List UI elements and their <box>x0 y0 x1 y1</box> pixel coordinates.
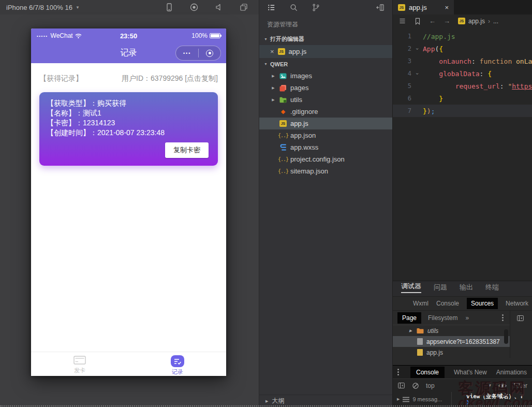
code-editor[interactable]: 1 //app.js 2› App({ 3 onLaunch: function… <box>393 27 532 281</box>
device-selector[interactable]: iPhone 6/7/8 100% 16 ▼ <box>6 4 80 11</box>
tab-page[interactable]: Page <box>397 312 421 324</box>
copy-key-button[interactable]: 复制卡密 <box>165 142 209 158</box>
back-icon[interactable]: ← <box>429 17 436 25</box>
tab-issue-card[interactable]: 发卡 <box>31 352 129 376</box>
eye-icon[interactable] <box>498 383 507 389</box>
tree-item-sitemap[interactable]: {..} sitemap.json <box>259 165 392 177</box>
console-messages: ▶ 9 messag... view（业务域名）、T ❯ <box>393 392 532 406</box>
outline-icon[interactable] <box>398 17 406 25</box>
tab-console[interactable]: Console <box>436 300 459 307</box>
more-menu-button[interactable]: ••• <box>183 51 191 56</box>
phone-mode-icon[interactable] <box>165 3 174 12</box>
fold-icon[interactable]: › <box>411 46 423 52</box>
multi-window-icon[interactable] <box>239 3 248 12</box>
status-bar: ••••• WeChat 23:50 100% <box>31 28 226 43</box>
tree-item-app-wxss[interactable]: app.wxss <box>259 141 392 153</box>
tree-item-images[interactable]: ▶ images <box>259 70 392 82</box>
project-section[interactable]: ▼ QWER <box>259 58 392 70</box>
user-id-copy[interactable]: 用户ID：63799296 [点击复制] <box>122 74 218 83</box>
code-line: 4› globalData: { <box>393 67 532 80</box>
more-tabs-icon[interactable]: » <box>465 314 469 322</box>
sources-panel: Page Filesystem » ▶ utils appservice?t=1… <box>393 310 532 358</box>
tab-console-drawer[interactable]: Console <box>410 367 445 378</box>
editor-tab-app-js[interactable]: JS app.js × <box>393 0 454 14</box>
tab-wxml[interactable]: Wxml <box>413 300 428 307</box>
console-drawer-tabbar: Console What's New Animations <box>393 365 532 379</box>
tree-item-label: utils <box>290 96 302 104</box>
tree-item-app-js[interactable]: JS app.js <box>259 118 392 129</box>
miniprogram-header: ••••• WeChat 23:50 100% 记录 ••• <box>31 28 226 63</box>
tree-item-app-json[interactable]: {..} app.json <box>259 129 392 141</box>
chevron-right-icon: ▶ <box>271 86 276 90</box>
tab-records[interactable]: 记录 <box>129 352 227 376</box>
tab-problems[interactable]: 问题 <box>434 283 447 293</box>
clear-console-icon[interactable] <box>412 382 419 389</box>
tab-animations[interactable]: Animations <box>496 369 527 376</box>
editor-tabbar: JS app.js × <box>393 0 532 14</box>
close-icon[interactable]: × <box>270 48 274 55</box>
sources-tree-label: app.js <box>426 349 443 356</box>
tree-item-label: images <box>290 72 312 80</box>
console-output[interactable]: view（业务域名）、T ❯ <box>452 392 532 406</box>
tree-item-label: sitemap.json <box>290 167 328 175</box>
js-file-icon: JS <box>278 48 285 55</box>
tree-item-label: app.js <box>290 120 308 127</box>
line-number: 5 <box>393 82 411 90</box>
close-tab-icon[interactable]: × <box>445 4 449 11</box>
record-icon[interactable] <box>189 3 199 12</box>
open-editors-section[interactable]: ▼ 打开的编辑器 <box>259 33 392 45</box>
breadcrumb[interactable]: JS app.js › ... <box>458 18 498 25</box>
chevron-down-icon[interactable]: ▼ <box>487 383 492 388</box>
sources-tree-utils[interactable]: ▶ utils <box>393 325 510 336</box>
code-line-current: 7 }); <box>393 105 532 117</box>
tree-item-label: pages <box>290 84 308 92</box>
bookmark-icon[interactable] <box>414 18 421 25</box>
tree-item-gitignore[interactable]: ◆ .gitignore <box>259 106 392 118</box>
chevron-down-icon: ▼ <box>264 37 268 41</box>
forward-icon[interactable]: → <box>444 17 450 25</box>
tab-output[interactable]: 输出 <box>460 283 473 293</box>
search-icon[interactable] <box>289 3 298 12</box>
device-selector-label: iPhone 6/7/8 100% 16 <box>6 4 72 11</box>
tree-item-utils[interactable]: ▶ utils <box>259 94 392 106</box>
fold-icon[interactable]: › <box>411 71 423 77</box>
sound-icon[interactable] <box>214 3 224 12</box>
console-toolbar: top ▼ Filter <box>393 379 532 392</box>
git-branch-icon[interactable] <box>312 3 320 12</box>
show-navigator-icon[interactable] <box>516 314 524 322</box>
tab-terminal[interactable]: 终端 <box>485 283 499 293</box>
exit-button[interactable] <box>206 50 213 57</box>
simulator-toolbar: iPhone 6/7/8 100% 16 ▼ <box>0 0 259 14</box>
open-editor-app-js[interactable]: × JS app.js <box>259 45 392 58</box>
file-list-icon[interactable] <box>267 3 276 12</box>
drawer-menu-icon[interactable] <box>397 369 401 375</box>
sources-tree-app-js[interactable]: app.js <box>393 347 510 358</box>
record-name-line: 【名称】：测试1 <box>47 108 211 118</box>
scrollbar-thumb[interactable] <box>504 329 508 344</box>
chevron-right-icon: ▶ <box>271 74 276 78</box>
filter-label[interactable]: Filter <box>513 382 527 389</box>
battery-percent: 100% <box>191 32 208 39</box>
chevron-down-icon: ▼ <box>264 62 268 66</box>
more-options-icon[interactable] <box>502 314 506 321</box>
collapse-sidebar-icon[interactable] <box>376 3 385 12</box>
context-selector[interactable]: top <box>426 382 435 389</box>
sources-tree-appservice[interactable]: appservice?t=1628351387 <box>393 336 510 347</box>
breadcrumb-bar: ← → JS app.js › ... <box>393 14 532 27</box>
console-prompt[interactable]: ❯ <box>466 399 470 405</box>
outline-label: 大纲 <box>272 397 284 405</box>
tree-item-project-config[interactable]: {..} project.config.json <box>259 153 392 165</box>
line-number: 6 <box>393 95 411 102</box>
tab-network[interactable]: Network <box>506 300 528 307</box>
tab-debugger[interactable]: 调试器 <box>401 282 421 293</box>
console-message-group[interactable]: ▶ 9 messag... <box>393 392 452 406</box>
tab-filesystem[interactable]: Filesystem <box>428 314 457 322</box>
tree-item-pages[interactable]: ▶ pages <box>259 82 392 94</box>
line-number: 4 <box>393 70 411 77</box>
tab-records-label: 记录 <box>172 368 183 376</box>
console-sidebar-icon[interactable] <box>397 382 405 389</box>
tab-whats-new[interactable]: What's New <box>454 369 487 376</box>
tree-item-label: app.wxss <box>290 143 318 151</box>
chevron-right-icon: ▶ <box>397 397 400 401</box>
tab-sources[interactable]: Sources <box>467 298 498 309</box>
